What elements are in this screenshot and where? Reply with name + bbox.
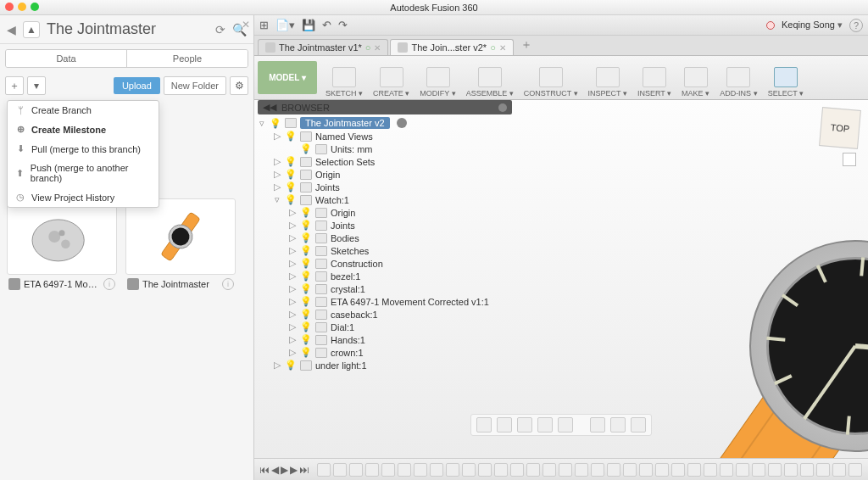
viewcube[interactable]: TOP xyxy=(819,107,861,149)
close-window-icon[interactable] xyxy=(5,3,14,11)
add-button[interactable]: ＋ xyxy=(5,76,24,95)
timeline-feature[interactable] xyxy=(542,463,556,477)
timeline-end-icon[interactable]: ⏭ xyxy=(299,464,309,476)
design-thumb-jointmaster[interactable]: The Jointmasteri xyxy=(125,198,236,293)
timeline-feature[interactable] xyxy=(494,463,508,477)
grid-icon[interactable]: ⊞ xyxy=(259,19,269,31)
tree-node[interactable]: 💡Units: mm xyxy=(258,142,512,155)
expand-icon[interactable]: ▷ xyxy=(273,169,281,180)
doc-tab-v1[interactable]: The Jointmaster v1*○✕ xyxy=(258,39,388,55)
timeline-feature[interactable] xyxy=(800,463,814,477)
bulb-icon[interactable]: 💡 xyxy=(285,169,297,180)
expand-icon[interactable]: ▷ xyxy=(288,245,297,256)
tree-node[interactable]: ▷💡Joints xyxy=(258,181,512,193)
new-folder-button[interactable]: New Folder xyxy=(164,76,226,95)
menu-history[interactable]: ◷View Project History xyxy=(8,187,159,207)
tree-node[interactable]: ▷💡Dial:1 xyxy=(258,321,512,333)
timeline-feature[interactable] xyxy=(333,463,347,477)
timeline-feature[interactable] xyxy=(478,463,492,477)
info-icon[interactable]: i xyxy=(222,278,234,290)
bulb-icon[interactable]: 💡 xyxy=(300,245,312,256)
bulb-icon[interactable]: 💡 xyxy=(300,309,312,320)
bulb-icon[interactable]: 💡 xyxy=(285,360,297,371)
bulb-icon[interactable]: 💡 xyxy=(300,232,312,243)
expand-icon[interactable]: ▷ xyxy=(273,131,281,142)
timeline-feature[interactable] xyxy=(462,463,476,477)
bulb-icon[interactable]: 💡 xyxy=(285,194,297,205)
expand-icon[interactable]: ▷ xyxy=(288,258,297,269)
timeline-feature[interactable] xyxy=(752,463,765,477)
bulb-icon[interactable]: 💡 xyxy=(300,220,312,231)
minimize-window-icon[interactable] xyxy=(18,3,26,11)
gear-icon[interactable] xyxy=(397,118,407,128)
user-menu[interactable]: Keqing Song ▾ xyxy=(782,20,843,31)
refresh-icon[interactable]: ⟳ xyxy=(215,23,225,36)
tree-root-label[interactable]: The Jointmaster v2 xyxy=(300,117,390,129)
tree-node[interactable]: ▷💡Named Views xyxy=(258,130,512,142)
tree-node[interactable]: ▷💡Hands:1 xyxy=(258,333,512,346)
tree-node[interactable]: ▷💡Sketches xyxy=(258,244,512,257)
expand-icon[interactable]: ▿ xyxy=(258,118,266,129)
timeline-play-icon[interactable]: ▶ xyxy=(281,464,288,476)
timeline-feature[interactable] xyxy=(655,463,669,477)
workspace-switcher[interactable]: MODEL ▾ xyxy=(258,61,317,94)
help-icon[interactable]: ? xyxy=(849,19,863,32)
timeline-feature[interactable] xyxy=(768,463,782,477)
home-view-icon[interactable] xyxy=(843,153,856,166)
canvas-viewport[interactable]: ◀◀BROWSER ▿💡The Jointmaster v2▷💡Named Vi… xyxy=(254,100,868,458)
bulb-icon[interactable]: 💡 xyxy=(300,143,312,154)
ribbon-construct[interactable]: CONSTRUCT ▾ xyxy=(519,56,583,99)
back-icon[interactable]: ◀ xyxy=(7,23,16,36)
menu-create-milestone[interactable]: ⊕Create Milestone xyxy=(8,120,159,139)
tree-node[interactable]: ▷💡caseback:1 xyxy=(258,308,512,321)
timeline-feature[interactable] xyxy=(816,463,830,477)
menu-push[interactable]: ⬆Push (merge to another branch) xyxy=(8,159,159,187)
expand-icon[interactable]: ▷ xyxy=(288,309,297,320)
tree-node[interactable]: ▷💡Construction xyxy=(258,257,512,270)
tree-node[interactable]: ▷💡crown:1 xyxy=(258,346,512,359)
expand-icon[interactable]: ▷ xyxy=(273,156,281,167)
timeline-feature[interactable] xyxy=(526,463,540,477)
bulb-icon[interactable]: 💡 xyxy=(270,118,281,129)
tree-node[interactable]: ▷💡Origin xyxy=(258,168,512,181)
zoom-icon[interactable] xyxy=(537,417,553,433)
timeline-feature[interactable] xyxy=(446,463,459,477)
expand-icon[interactable]: ▿ xyxy=(273,194,281,205)
redo-icon[interactable]: ↷ xyxy=(338,19,348,31)
ribbon-select[interactable]: SELECT ▾ xyxy=(763,56,809,99)
timeline-feature[interactable] xyxy=(687,463,701,477)
undo-icon[interactable]: ↶ xyxy=(322,19,331,31)
pin-icon[interactable] xyxy=(498,103,507,112)
expand-icon[interactable]: ▷ xyxy=(273,181,281,193)
timeline-start-icon[interactable]: ⏮ xyxy=(259,464,270,476)
timeline-feature[interactable] xyxy=(704,463,717,477)
collapse-icon[interactable]: ◀◀ xyxy=(263,102,276,113)
timeline-feature[interactable] xyxy=(784,463,798,477)
close-tab-icon[interactable]: ✕ xyxy=(374,43,381,53)
viewports-icon[interactable] xyxy=(631,417,646,433)
file-menu-icon[interactable]: 📄▾ xyxy=(275,19,295,31)
expand-icon[interactable]: ▷ xyxy=(288,207,297,218)
tree-node[interactable]: ▷💡Bodies xyxy=(258,232,512,244)
timeline-feature[interactable] xyxy=(623,463,637,477)
look-icon[interactable] xyxy=(497,417,512,433)
ribbon-make[interactable]: MAKE ▾ xyxy=(676,56,715,99)
expand-icon[interactable]: ▷ xyxy=(288,283,297,294)
branch-menu-button[interactable]: ▾ xyxy=(27,76,46,95)
timeline-feature[interactable] xyxy=(398,463,411,477)
expand-icon[interactable]: ▷ xyxy=(288,271,297,282)
bulb-icon[interactable]: 💡 xyxy=(300,296,312,307)
timeline-feature[interactable] xyxy=(559,463,572,477)
tree-node[interactable]: ▿💡Watch:1 xyxy=(258,193,512,206)
bulb-icon[interactable]: 💡 xyxy=(300,334,312,345)
gear-icon[interactable]: ⚙ xyxy=(230,76,248,95)
record-icon[interactable] xyxy=(766,21,775,30)
menu-pull[interactable]: ⬇Pull (merge to this branch) xyxy=(8,139,159,159)
orbit-icon[interactable] xyxy=(476,417,492,433)
ribbon-create[interactable]: CREATE ▾ xyxy=(368,56,415,99)
tree-node[interactable]: ▷💡under light:1 xyxy=(258,359,512,371)
timeline-feature[interactable] xyxy=(671,463,685,477)
bulb-icon[interactable]: 💡 xyxy=(300,258,312,269)
timeline-feature[interactable] xyxy=(430,463,443,477)
timeline-feature[interactable] xyxy=(365,463,379,477)
